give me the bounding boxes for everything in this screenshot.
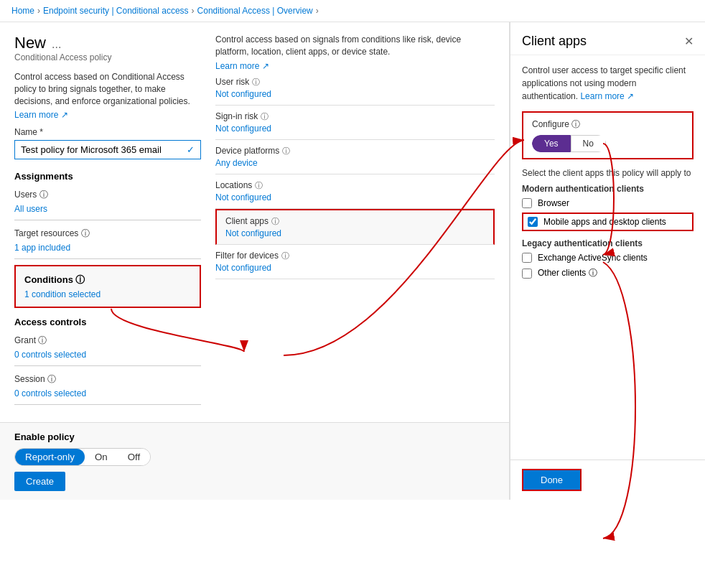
browser-checkbox[interactable]: [522, 198, 532, 208]
no-button[interactable]: No: [571, 135, 606, 152]
apply-label: Select the client apps this policy will …: [522, 168, 694, 178]
toggle-off[interactable]: Off: [118, 449, 151, 465]
name-input[interactable]: Test policy for Microsoft 365 email ✓: [14, 140, 201, 159]
toggle-on[interactable]: On: [85, 449, 118, 465]
browser-label: Browser: [538, 198, 569, 208]
right-learn-more[interactable]: Learn more ↗: [215, 61, 495, 71]
configure-label: Configure ⓘ: [532, 118, 683, 131]
grant-value[interactable]: 0 controls selected: [14, 350, 201, 360]
assignments-title: Assignments: [14, 171, 201, 182]
yes-button[interactable]: Yes: [532, 135, 571, 152]
mobile-checkbox[interactable]: [528, 217, 538, 227]
session-label: Session ⓘ: [14, 373, 201, 386]
page-subtitle: Conditional Access policy: [14, 52, 201, 62]
exchange-label: Exchange ActiveSync clients: [538, 253, 648, 263]
breadcrumb-conditional-access[interactable]: Conditional Access | Overview: [197, 6, 313, 16]
check-icon: ✓: [187, 144, 195, 155]
client-apps-panel: Client apps ✕ Control user access to tar…: [510, 22, 705, 500]
filter-devices-value: Not configured: [215, 263, 495, 273]
browser-checkbox-row[interactable]: Browser: [522, 198, 694, 208]
close-button[interactable]: ✕: [684, 34, 694, 48]
enable-policy-section: Enable policy Report-only On Off Create: [0, 422, 509, 500]
panel-title: Client apps: [522, 34, 587, 49]
panel-learn-more[interactable]: Learn more ↗: [580, 91, 634, 101]
enable-policy-toggle[interactable]: Report-only On Off: [14, 448, 151, 466]
left-learn-more[interactable]: Learn more ↗: [14, 110, 201, 120]
done-button[interactable]: Done: [523, 470, 580, 490]
target-resources-label: Target resources ⓘ: [14, 228, 201, 240]
condition-client-apps[interactable]: Client apps ⓘ Not configured: [215, 209, 495, 245]
name-label: Name *: [14, 127, 201, 137]
user-risk-value: Not configured: [215, 89, 495, 99]
exchange-checkbox[interactable]: [522, 253, 532, 263]
breadcrumb-endpoint[interactable]: Endpoint security | Conditional access: [43, 6, 189, 16]
title-dots: ...: [52, 38, 61, 51]
legacy-auth-title: Legacy authentication clients: [522, 238, 694, 248]
client-apps-value: Not configured: [225, 228, 485, 238]
create-button[interactable]: Create: [14, 472, 65, 491]
condition-signin-risk[interactable]: Sign-in risk ⓘ Not configured: [215, 106, 495, 140]
condition-device-platforms[interactable]: Device platforms ⓘ Any device: [215, 140, 495, 174]
target-resources-value[interactable]: 1 app included: [14, 243, 201, 253]
left-description: Control access based on Conditional Acce…: [14, 71, 201, 107]
other-checkbox[interactable]: [522, 269, 532, 279]
conditions-title: Conditions ⓘ: [24, 274, 191, 286]
mobile-checkbox-row[interactable]: Mobile apps and desktop clients: [522, 213, 694, 231]
signin-risk-label: Sign-in risk ⓘ: [215, 111, 495, 122]
page-title: New: [14, 34, 46, 52]
client-apps-label: Client apps ⓘ: [225, 216, 485, 227]
access-controls-title: Access controls: [14, 317, 201, 327]
panel-footer: Done: [510, 459, 705, 500]
modern-auth-title: Modern authentication clients: [522, 184, 694, 194]
breadcrumb-home[interactable]: Home: [11, 6, 34, 16]
conditions-box[interactable]: Conditions ⓘ 1 condition selected: [14, 265, 201, 308]
done-button-wrap: Done: [522, 469, 582, 491]
panel-header: Client apps ✕: [510, 22, 705, 55]
locations-value: Not configured: [215, 192, 495, 202]
device-platforms-value: Any device: [215, 158, 495, 168]
breadcrumb: Home › Endpoint security | Conditional a…: [0, 0, 705, 22]
condition-filter-devices[interactable]: Filter for devices ⓘ Not configured: [215, 245, 495, 279]
user-risk-label: User risk ⓘ: [215, 77, 495, 88]
other-checkbox-row[interactable]: Other clients ⓘ: [522, 267, 694, 279]
locations-label: Locations ⓘ: [215, 180, 495, 191]
users-label: Users ⓘ: [14, 189, 201, 201]
condition-user-risk[interactable]: User risk ⓘ Not configured: [215, 71, 495, 106]
panel-description: Control user access to target specific c…: [522, 64, 694, 103]
grant-label: Grant ⓘ: [14, 335, 201, 347]
conditions-value: 1 condition selected: [24, 289, 191, 299]
condition-locations[interactable]: Locations ⓘ Not configured: [215, 174, 495, 209]
exchange-checkbox-row[interactable]: Exchange ActiveSync clients: [522, 253, 694, 263]
yes-no-toggle[interactable]: Yes No: [532, 135, 606, 152]
device-platforms-label: Device platforms ⓘ: [215, 146, 495, 157]
enable-policy-title: Enable policy: [14, 431, 495, 442]
session-value[interactable]: 0 controls selected: [14, 388, 201, 398]
mobile-label: Mobile apps and desktop clients: [543, 217, 666, 227]
other-label: Other clients ⓘ: [538, 267, 597, 279]
right-description: Control access based on signals from con…: [215, 34, 495, 58]
signin-risk-value: Not configured: [215, 123, 495, 134]
filter-devices-label: Filter for devices ⓘ: [215, 251, 495, 261]
toggle-report-only[interactable]: Report-only: [15, 449, 85, 465]
users-value[interactable]: All users: [14, 204, 201, 214]
configure-section: Configure ⓘ Yes No: [522, 111, 694, 159]
